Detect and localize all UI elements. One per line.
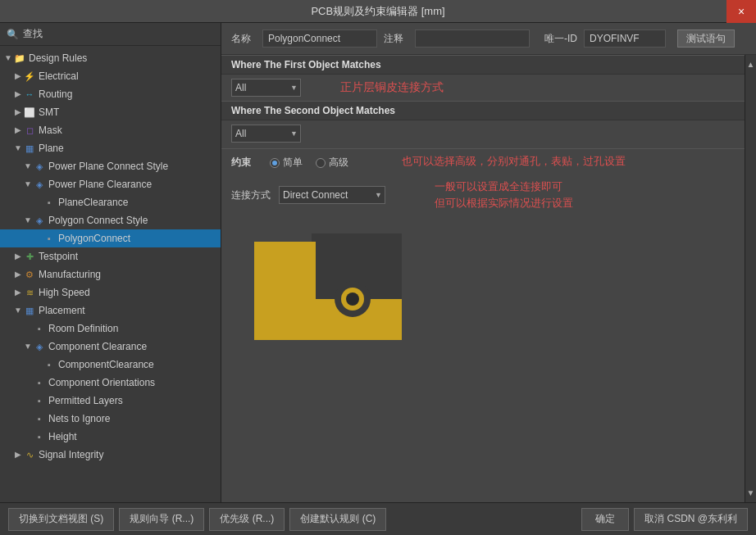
name-input[interactable] [262,29,377,48]
tree-item-room-definition[interactable]: ▪ Room Definition [0,320,221,338]
tree-item-signal-integrity[interactable]: ▶ ∿ Signal Integrity [0,446,221,464]
create-default-button[interactable]: 创建默认规则 (C) [289,508,386,531]
tree-item-component-clearance[interactable]: ▼ ◈ Component Clearance [0,338,221,356]
tree-arrow: ▶ [13,105,23,120]
first-match-select-wrapper[interactable]: All Net Net Class Layer Component [231,79,301,97]
tree-item-polygonconnect[interactable]: ▪ PolygonConnect [0,229,221,247]
radio-advanced[interactable]: 高级 [316,156,348,170]
layers-icon: ▪ [33,394,46,407]
first-match-header: Where The First Object Matches [221,55,745,75]
height-icon: ▪ [33,430,46,443]
search-icon: 🔍 [7,29,19,40]
tree-label-routing: Routing [39,87,72,102]
tree-label-planeclearance: PlaneClearance [58,195,128,210]
tree-arrow: ▶ [13,285,23,300]
tree-item-smt[interactable]: ▶ ⬜ SMT [0,103,221,121]
tree-arrow: ▶ [13,249,23,264]
close-button[interactable]: × [726,0,756,23]
tree-label-component-clearance: Component Clearance [48,339,147,354]
mask-icon: ◻ [23,124,36,137]
room-icon: ▪ [33,322,46,335]
switch-doc-button[interactable]: 切换到文档视图 (S) [8,508,114,531]
rule-wizard-button[interactable]: 规则向导 (R...) [119,508,204,531]
tree-label-permitted-layers: Permitted Layers [48,393,123,408]
tree-item-nets-to-ignore[interactable]: ▪ Nets to Ignore [0,410,221,428]
right-panel: Where The First Object Matches All Net N… [221,55,745,502]
tree-item-manufacturing[interactable]: ▶ ⚙ Manufacturing [0,265,221,283]
ppcs-icon: ◈ [33,160,46,173]
svg-rect-3 [254,242,316,340]
tree-item-highspeed[interactable]: ▶ ≋ High Speed [0,283,221,302]
tree-item-ppcs[interactable]: ▼ ◈ Power Plane Connect Style [0,157,221,175]
radio-simple-label: 简单 [283,156,303,170]
routing-icon: ↔ [23,88,36,101]
tree-arrow: ▼ [23,177,33,192]
tree-item-planeclearance[interactable]: ▪ PlaneClearance [0,193,221,211]
confirm-button[interactable]: 确定 [581,508,629,531]
id-input[interactable] [584,29,666,48]
tree-item-design-rules[interactable]: ▼ 📁 Design Rules [0,49,221,67]
testpoint-icon: ✚ [23,250,36,263]
second-match-select[interactable]: All Net Net Class Layer Component [231,125,301,143]
search-bar: 🔍 查找 [0,23,221,46]
right-scrollbar[interactable]: ▲ ▼ [745,55,756,502]
tree-item-mask[interactable]: ▶ ◻ Mask [0,121,221,139]
main-layout: 🔍 查找 ▼ 📁 Design Rules ▶ ⚡ Electrical [0,23,756,502]
tree-item-placement[interactable]: ▼ ▦ Placement [0,302,221,320]
cancel-button[interactable]: 取消 CSDN @东利利 [634,508,748,531]
tree-arrow: ▼ [13,303,23,318]
tree-label-polygonconnect: PolygonConnect [58,231,130,246]
pcb-preview-area [221,209,745,502]
tree-label-nets-to-ignore: Nets to Ignore [48,411,110,426]
search-input[interactable] [47,29,214,40]
tree-arrow: ▼ [23,159,33,174]
tree-arrow: ▶ [13,267,23,282]
plane-icon: ▦ [23,142,36,155]
titlebar-title: PCB规则及约束编辑器 [mm] [311,4,444,19]
rule-icon: ▪ [43,358,56,371]
comment-input[interactable] [415,29,530,48]
annotation-top: 正片层铜皮连接方式 [340,80,444,95]
connection-select[interactable]: Direct Connect Relief Connect No Connect [279,186,385,204]
tree-label-smt: SMT [39,105,59,120]
tree-arrow: ▶ [13,123,23,138]
tree-item-permitted-layers[interactable]: ▪ Permitted Layers [0,392,221,410]
form-header: 名称 注释 唯一-ID 测试语句 [221,23,756,55]
tree-item-ppc[interactable]: ▼ ◈ Power Plane Clearance [0,175,221,193]
tree-label-componentclearance: ComponentClearance [58,357,154,372]
radio-simple-circle[interactable] [270,158,280,168]
priority-button[interactable]: 优先级 (R...) [209,508,285,531]
scrollbar-down-arrow[interactable]: ▼ [747,487,755,499]
tree-item-component-orientations[interactable]: ▪ Component Orientations [0,374,221,392]
tree-arrow: ▼ [23,339,33,354]
tree-item-height[interactable]: ▪ Height [0,428,221,446]
radio-advanced-circle[interactable] [316,158,326,168]
name-label: 名称 [231,32,256,46]
tree-label-ppcs: Power Plane Connect Style [48,159,168,174]
first-match-select[interactable]: All Net Net Class Layer Component [231,79,301,97]
tree-item-plane[interactable]: ▼ ▦ Plane [0,139,221,157]
nets-icon: ▪ [33,412,46,425]
tree-arrow: ▼ [13,141,23,156]
radio-simple[interactable]: 简单 [270,156,303,170]
highspeed-icon: ≋ [23,286,36,299]
tree-item-componentclearance[interactable]: ▪ ComponentClearance [0,356,221,374]
tree-item-testpoint[interactable]: ▶ ✚ Testpoint [0,247,221,265]
scrollbar-up-arrow[interactable]: ▲ [747,58,755,70]
tree-container: ▼ 📁 Design Rules ▶ ⚡ Electrical ▶ ↔ Rout… [0,46,221,502]
rule-icon: ▪ [43,196,56,209]
test-button[interactable]: 测试语句 [677,29,735,48]
tree-item-polygon-connect-style[interactable]: ▼ ◈ Polygon Connect Style [0,211,221,229]
comp-clearance-icon: ◈ [33,340,46,353]
second-match-header: Where The Second Object Matches [221,101,745,120]
tree-label-placement: Placement [39,303,85,318]
tree-item-electrical[interactable]: ▶ ⚡ Electrical [0,67,221,85]
tree-label-manufacturing: Manufacturing [39,267,101,282]
constraint-section: 约束 简单 高级 也可以选择高级，分别对通孔，表贴，过孔设置 [221,148,745,176]
connection-select-wrapper[interactable]: Direct Connect Relief Connect No Connect [279,186,385,204]
tree-item-routing[interactable]: ▶ ↔ Routing [0,85,221,103]
annotation-right-group: 一般可以设置成全连接即可 但可以根据实际情况进行设置 [435,179,573,211]
connection-row: 连接方式 Direct Connect Relief Connect No Co… [221,181,745,209]
rule-icon: ▪ [43,232,56,245]
second-match-select-wrapper[interactable]: All Net Net Class Layer Component [231,125,301,143]
